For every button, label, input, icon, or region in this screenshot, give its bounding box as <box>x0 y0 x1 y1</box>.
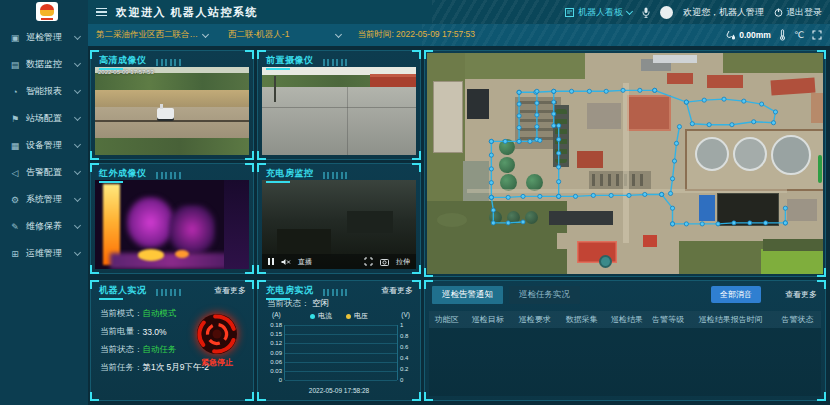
chevron-down-icon <box>74 141 81 148</box>
map-zoom-slider[interactable] <box>818 155 822 183</box>
live-label[interactable]: 直播 <box>298 257 312 267</box>
kanban-icon <box>565 8 574 17</box>
column-header: 巡检结果 <box>605 314 648 325</box>
stretch-label[interactable]: 拉伸 <box>396 257 410 267</box>
legend-voltage[interactable]: 电压 <box>346 311 368 321</box>
sidebar-item-operations[interactable]: ⊞运维管理 <box>0 240 88 267</box>
sidebar-item-station-config[interactable]: ⚑站场配置 <box>0 105 88 132</box>
y-tick: 0.15 <box>262 331 282 337</box>
page-title: 欢迎进入 机器人站控系统 <box>116 0 258 24</box>
logout-button[interactable]: 退出登录 <box>774 6 822 19</box>
sidebar-item-system-mgmt[interactable]: ⚙系统管理 <box>0 186 88 213</box>
pause-icon[interactable] <box>268 258 274 265</box>
chevron-down-icon <box>74 60 81 67</box>
y-tick-right: 0.4 <box>400 355 416 361</box>
area-select-value: 第二采油作业区西二联合… <box>96 29 198 41</box>
fullscreen-icon[interactable] <box>812 30 822 40</box>
rainfall-widget: 0.00mm <box>726 30 771 41</box>
mute-all-button[interactable]: 全部消音 <box>711 286 761 303</box>
clipboard-icon: ▣ <box>9 33 21 43</box>
rain-gauge-icon <box>726 30 736 41</box>
chevron-down-icon <box>335 30 342 37</box>
chevron-down-icon <box>202 30 209 37</box>
tab-task-live[interactable]: 巡检任务实况 <box>509 286 580 304</box>
video-fullscreen-icon[interactable] <box>364 257 373 266</box>
speaker-icon: ◁ <box>9 168 21 178</box>
charging-room-video[interactable]: 直播 拉伸 <box>262 180 416 269</box>
column-header: 巡检要求 <box>511 314 558 325</box>
charge-more-link[interactable]: 查看更多 <box>381 285 413 296</box>
chevron-down-icon <box>74 222 81 229</box>
y-tick-right: 0.8 <box>400 333 416 339</box>
alarm-tabs: 巡检告警通知 巡检任务实况 <box>432 286 580 304</box>
robot-station-app: 欢迎进入 机器人站控系统 机器人看板 欢迎您，机器人管理 退出登录 第二采油作业… <box>0 0 830 405</box>
panel-inspection-alarms: 巡检告警通知 巡检任务实况 全部消音 查看更多 功能区 巡检目标 巡检要求 数据… <box>424 280 826 401</box>
tab-alarm-notice[interactable]: 巡检告警通知 <box>432 286 503 304</box>
sidebar-item-inspection[interactable]: ▣巡检管理 <box>0 24 88 51</box>
video-control-bar: 直播 拉伸 <box>262 254 416 269</box>
mute-speaker-icon[interactable] <box>281 258 291 266</box>
area-select[interactable]: 第二采油作业区西二联合… <box>96 29 208 41</box>
sidebar-item-device-mgmt[interactable]: ▦设备管理 <box>0 132 88 159</box>
panel-title: 机器人实况 <box>99 284 147 300</box>
alarm-table-body <box>429 328 821 396</box>
right-axis-unit: (V) <box>401 311 410 318</box>
sidebar-item-alarm-config[interactable]: ◁告警配置 <box>0 159 88 186</box>
inspection-robot-figure <box>157 108 174 119</box>
user-avatar[interactable] <box>660 6 673 19</box>
gear-icon: ⚙ <box>9 195 21 205</box>
sidebar-item-maintenance[interactable]: ✎维修保养 <box>0 213 88 240</box>
field-label: 当前状态： <box>100 344 143 356</box>
legend-current[interactable]: 电流 <box>310 311 332 321</box>
legend-dot-yellow <box>346 314 351 319</box>
monitor-icon: ▤ <box>9 60 21 70</box>
welcome-text: 欢迎您，机器人管理 <box>683 6 764 19</box>
robot-select[interactable]: 西二联-机器人-1 <box>228 29 341 41</box>
front-camera-video[interactable] <box>262 67 416 155</box>
snapshot-icon[interactable] <box>380 258 389 266</box>
flag-icon: ⚑ <box>9 114 21 124</box>
y-tick: 0 <box>262 377 282 383</box>
kanban-label: 机器人看板 <box>578 6 623 19</box>
panel-robot-live: 机器人实况 查看更多 当前模式：自动模式 当前电量：33.0% 当前状态：自动任… <box>90 280 254 401</box>
thermometer-icon <box>779 29 786 41</box>
panel-front-camera: 前置摄像仪 <box>257 50 421 160</box>
y-tick-right: 1 <box>400 322 416 328</box>
field-label: 当前任务： <box>100 362 143 374</box>
column-header: 告警状态 <box>774 314 821 325</box>
company-logo <box>36 2 58 21</box>
menu-toggle-icon[interactable] <box>96 8 107 16</box>
sidebar-item-label: 站场配置 <box>26 112 75 125</box>
sidebar-nav: ▣巡检管理 ▤数据监控 ◔智能报表 ⚑站场配置 ▦设备管理 ◁告警配置 ⚙系统管… <box>0 24 88 405</box>
patrol-route-svg <box>427 53 823 274</box>
emergency-stop-button[interactable]: 紧急停止 <box>193 313 241 368</box>
field-label: 当前模式： <box>100 308 143 320</box>
sidebar-item-data-monitor[interactable]: ▤数据监控 <box>0 51 88 78</box>
microphone-icon[interactable] <box>642 7 650 18</box>
hd-camera-video[interactable]: 2022-05-09 17:57:53 <box>95 67 249 155</box>
sub-header: 第二采油作业区西二联合… 西二联-机器人-1 当前时间: 2022-05-09 … <box>88 24 830 46</box>
panel-charging-live: 充电房实况 查看更多 当前状态： 空闲 (A) 电流 电压 (V) 0.18 0… <box>257 280 421 401</box>
sidebar-item-label: 系统管理 <box>26 193 75 206</box>
infrared-camera-video[interactable] <box>95 180 249 269</box>
y-tick-right: 0 <box>400 377 416 383</box>
station-selectors: 第二采油作业区西二联合… 西二联-机器人-1 当前时间: 2022-05-09 … <box>96 24 475 46</box>
chart-x-label: 2022-05-09 17:58:28 <box>258 387 420 394</box>
aerial-site-map[interactable] <box>427 53 823 274</box>
panel-infrared-camera: 红外成像仪 <box>90 163 254 274</box>
robot-more-link[interactable]: 查看更多 <box>214 285 246 296</box>
panel-title: 充电房监控 <box>266 167 314 183</box>
y-tick: 0.03 <box>262 368 282 374</box>
robot-kanban-menu[interactable]: 机器人看板 <box>565 6 632 19</box>
emergency-stop-icon <box>196 313 238 355</box>
chevron-down-icon <box>74 195 81 202</box>
alarm-table-header: 功能区 巡检目标 巡检要求 数据采集 巡检结果 告警等级 巡检结果报告时间 告警… <box>429 311 821 328</box>
chevron-down-icon <box>74 249 81 256</box>
sidebar-item-reports[interactable]: ◔智能报表 <box>0 78 88 105</box>
weather-widgets: 0.00mm ℃ <box>726 24 822 46</box>
alarm-more-link[interactable]: 查看更多 <box>785 289 817 300</box>
field-label: 当前电量： <box>100 326 143 338</box>
legend-label: 电压 <box>354 311 368 321</box>
sidebar-item-label: 告警配置 <box>26 166 75 179</box>
panel-title: 高清成像仪 <box>99 54 147 70</box>
